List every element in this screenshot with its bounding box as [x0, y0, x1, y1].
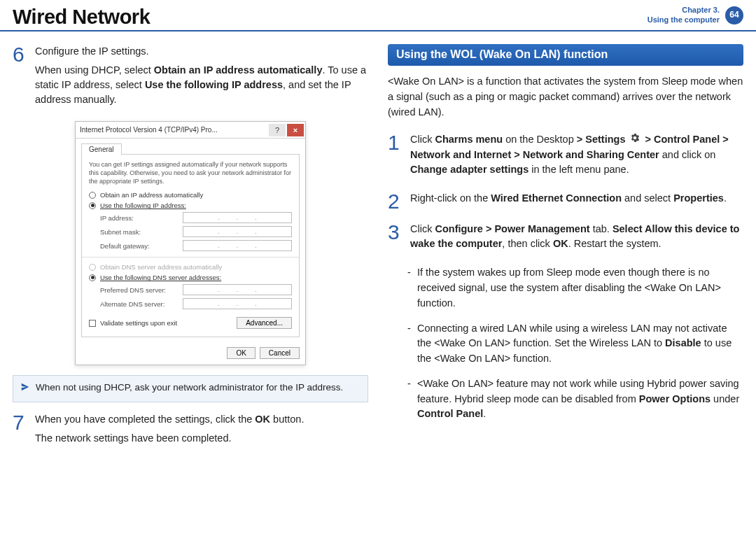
content-columns: 6 Configure the IP settings. When using …: [0, 31, 756, 460]
radio-icon: [89, 264, 96, 271]
wol-intro: <Wake On LAN> is a function that activat…: [388, 74, 743, 120]
dialog-pane: You can get IP settings assigned automat…: [81, 154, 300, 337]
radio-icon: [89, 274, 96, 281]
field-gw: Default gateway: ...: [100, 240, 292, 251]
advanced-button[interactable]: Advanced...: [237, 317, 292, 329]
label-pdns: Preferred DNS server:: [100, 286, 177, 294]
step-6: 6 Configure the IP settings. When using …: [13, 44, 368, 111]
cancel-button[interactable]: Cancel: [260, 347, 300, 359]
step-number: 3: [388, 222, 403, 255]
step6-line2: When using DHCP, select Obtain an IP add…: [35, 63, 368, 107]
step-7: 7 When you have completed the settings, …: [13, 412, 368, 450]
field-pdns: Preferred DNS server: ...: [100, 284, 292, 295]
dialog-figure: Internet Protocol Version 4 (TCP/IPv4) P…: [13, 121, 368, 365]
step7-line1: When you have completed the settings, cl…: [35, 412, 304, 427]
checkbox-icon: [89, 320, 96, 327]
input-adns[interactable]: ...: [183, 298, 292, 309]
step-body: When you have completed the settings, cl…: [35, 412, 304, 450]
separator: [82, 257, 299, 258]
wol-step-3: 3 Click Configure > Power Management tab…: [388, 222, 743, 255]
label-gw: Default gateway:: [100, 242, 177, 250]
field-adns: Alternate DNS server: ...: [100, 298, 292, 309]
step6-line1: Configure the IP settings.: [35, 44, 368, 59]
label-adns: Alternate DNS server:: [100, 300, 177, 308]
wol-note-1: If the system wakes up from Sleep mode e…: [407, 265, 743, 311]
wol-step-2: 2 Right-click on the Wired Ethernet Conn…: [388, 191, 743, 212]
radio-icon: [89, 202, 96, 209]
step7-line2: The network settings have been completed…: [35, 431, 304, 446]
radio-obtain-ip[interactable]: Obtain an IP address automatically: [89, 191, 292, 199]
step-body: Click Configure > Power Management tab. …: [410, 222, 743, 255]
radio-use-ip[interactable]: Use the following IP address:: [89, 202, 292, 209]
page-number-badge: 64: [725, 6, 743, 24]
dialog-note: You can get IP settings assigned automat…: [89, 160, 292, 185]
radio-use-dns[interactable]: Use the following DNS server addresses:: [89, 274, 292, 281]
section-label: Using the computer: [648, 15, 720, 25]
dialog-footer: OK Cancel: [76, 343, 305, 365]
step-body: Click Charms menu on the Desktop > Setti…: [410, 132, 743, 181]
checkbox-validate[interactable]: Validate settings upon exit: [89, 319, 177, 327]
step-number: 1: [388, 132, 403, 181]
page-header: Wired Network Chapter 3. Using the compu…: [0, 0, 756, 31]
wol-step-1: 1 Click Charms menu on the Desktop > Set…: [388, 132, 743, 181]
chapter-label: Chapter 3.: [648, 6, 720, 15]
gear-icon: [629, 132, 640, 148]
dialog-title: Internet Protocol Version 4 (TCP/IPv4) P…: [80, 126, 267, 134]
wol-note-2: Connecting a wired LAN while using a wir…: [407, 321, 743, 367]
step-body: Configure the IP settings. When using DH…: [35, 44, 368, 111]
tab-general[interactable]: General: [81, 143, 122, 155]
section-heading: Using the WOL (Wake On LAN) function: [388, 44, 743, 66]
step-number: 2: [388, 191, 403, 212]
help-button[interactable]: ?: [269, 124, 286, 136]
step-number: 7: [13, 412, 28, 450]
info-text: When not using DHCP, ask your network ad…: [36, 381, 343, 395]
step-body: Right-click on the Wired Ethernet Connec…: [410, 191, 727, 212]
close-button[interactable]: ×: [287, 124, 304, 136]
input-pdns[interactable]: ...: [183, 284, 292, 295]
input-gw[interactable]: ...: [183, 240, 292, 251]
ipv4-dialog: Internet Protocol Version 4 (TCP/IPv4) P…: [75, 121, 306, 365]
ok-button[interactable]: OK: [227, 347, 255, 359]
header-meta: Chapter 3. Using the computer 64: [648, 6, 743, 25]
field-mask: Subnet mask: ...: [100, 226, 292, 237]
label-mask: Subnet mask:: [100, 228, 177, 236]
note-icon: [20, 381, 30, 396]
wol-notes: If the system wakes up from Sleep mode e…: [407, 265, 743, 422]
label-ip: IP address:: [100, 214, 177, 222]
input-ip[interactable]: ...: [183, 212, 292, 223]
radio-obtain-dns[interactable]: Obtain DNS server address automatically: [89, 263, 292, 271]
radio-icon: [89, 192, 96, 199]
left-column: 6 Configure the IP settings. When using …: [13, 44, 368, 460]
input-mask[interactable]: ...: [183, 226, 292, 237]
wol-note-3: <Wake On LAN> feature may not work while…: [407, 376, 743, 422]
field-ip: IP address: ...: [100, 212, 292, 223]
page-title: Wired Network: [13, 6, 150, 29]
dialog-titlebar: Internet Protocol Version 4 (TCP/IPv4) P…: [76, 122, 305, 139]
right-column: Using the WOL (Wake On LAN) function <Wa…: [388, 44, 743, 460]
info-box: When not using DHCP, ask your network ad…: [13, 375, 368, 402]
step-number: 6: [13, 44, 28, 111]
